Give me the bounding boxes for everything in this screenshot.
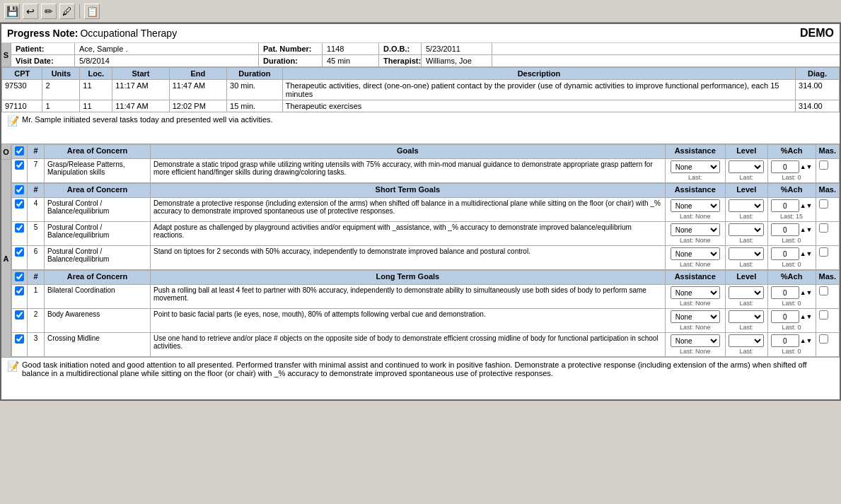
- row-pct-input[interactable]: [771, 247, 799, 260]
- row-level-cell: Last:: [725, 246, 767, 270]
- cpt-header-description: Description: [282, 68, 795, 80]
- lt-assist-last: Last:: [688, 174, 702, 181]
- row-level-select[interactable]: [729, 334, 764, 347]
- row-checkbox[interactable]: [15, 286, 24, 295]
- row-pct-last: Last: 15: [780, 213, 803, 220]
- row-mas-checkbox[interactable]: [819, 199, 828, 209]
- header-checkbox[interactable]: [15, 146, 24, 156]
- bottom-notes-icon: 📝: [7, 361, 19, 372]
- cpt-cell-end: 11:47 AM: [169, 80, 226, 100]
- st-goals-th: Short Term Goals: [151, 184, 666, 198]
- print-button[interactable]: 📋: [84, 4, 100, 19]
- st-pct-th: %Ach: [767, 184, 816, 198]
- row-num: 6: [28, 246, 45, 270]
- row-checkbox[interactable]: [15, 310, 24, 320]
- st-level-th: Level: [725, 184, 767, 198]
- goals-outer: O A: [1, 144, 840, 357]
- oa-labels: O A: [1, 144, 11, 357]
- lt-header-checkbox-2[interactable]: [15, 272, 24, 281]
- row-mas-checkbox[interactable]: [819, 223, 828, 233]
- th-num: #: [28, 145, 45, 159]
- row-assist-select[interactable]: NoneMinModMaxTotal: [671, 247, 720, 260]
- row-assist-select[interactable]: NoneMinModMaxTotal: [671, 310, 720, 323]
- row-mas-checkbox[interactable]: [819, 334, 828, 344]
- row-pct-input[interactable]: [771, 223, 799, 236]
- row-area: Postural Control / Balance/equilibrium: [45, 222, 151, 246]
- row-level-select[interactable]: [729, 286, 764, 299]
- toolbar: 💾 ↩ ✏ 🖊 📋: [0, 0, 841, 23]
- row-assist-select[interactable]: NoneMinModMaxTotal: [671, 334, 720, 347]
- table-row: 4Postural Control / Balance/equilibriumD…: [12, 198, 840, 222]
- row-checkbox[interactable]: [15, 223, 24, 233]
- row-level-last: Last:: [739, 348, 753, 355]
- row-assist-cell: NoneMinModMaxTotalLast: None: [665, 198, 725, 222]
- row-pct-input[interactable]: [771, 310, 799, 323]
- cpt-header-end: End: [169, 68, 226, 80]
- pen-button[interactable]: 🖊: [59, 4, 75, 19]
- row-assist-select[interactable]: NoneMinModMaxTotal: [671, 199, 720, 212]
- row-assist-last: Last: None: [680, 261, 711, 268]
- row-pct-last: Last: 0: [782, 348, 801, 355]
- row-checkbox[interactable]: [15, 247, 24, 257]
- row-goal-text: Demonstrate a protective response (inclu…: [151, 198, 666, 222]
- notes-icon: 📝: [7, 115, 19, 127]
- a-label: A: [1, 160, 11, 357]
- duration-label: Duration:: [259, 55, 323, 66]
- cpt-cell-start: 11:47 AM: [112, 100, 169, 112]
- cpt-cell-end: 12:02 PM: [169, 100, 226, 112]
- row-pct-cell: ▲▼Last: 0: [767, 246, 816, 270]
- row-level-select[interactable]: [729, 199, 764, 212]
- row-checkbox[interactable]: [15, 334, 24, 344]
- patient-details: Patient: Ace, Sample . Pat. Number: 1148…: [11, 43, 840, 66]
- save-button[interactable]: 💾: [4, 4, 20, 19]
- lt-row-checkbox[interactable]: [15, 160, 24, 170]
- cpt-header-diag: Diag.: [796, 68, 840, 80]
- progress-note-title: Progress Note: Occupational Therapy: [7, 28, 177, 39]
- row-pct-input[interactable]: [771, 334, 799, 347]
- lt-goals-table: # Area of Concern Long Term Goals Assist…: [11, 270, 840, 357]
- st-check-th: [12, 184, 28, 198]
- lt-pct-arrows: ▲▼: [800, 163, 813, 170]
- row-mas-checkbox[interactable]: [819, 286, 828, 295]
- row-check-cell: [12, 246, 28, 270]
- cpt-cell-units: 2: [42, 80, 80, 100]
- o-label: O: [1, 144, 11, 160]
- dob-label: D.O.B.:: [379, 43, 422, 54]
- row-mas-checkbox[interactable]: [819, 310, 828, 320]
- row-num: 1: [28, 285, 45, 309]
- th-pct: %Ach: [767, 145, 816, 159]
- lt-pct-input[interactable]: [771, 160, 799, 173]
- th-goals: Goals: [151, 145, 666, 159]
- toolbar-separator: [79, 4, 80, 18]
- th-level: Level: [725, 145, 767, 159]
- row-goal-text: Stand on tiptoes for 2 seconds with 50% …: [151, 246, 666, 270]
- row-mas-checkbox[interactable]: [819, 247, 828, 257]
- cpt-cell-diag: 314.00: [796, 80, 840, 100]
- row-check-cell: [12, 222, 28, 246]
- th-check: [12, 145, 28, 159]
- row-pct-input[interactable]: [771, 199, 799, 212]
- row-checkbox[interactable]: [15, 199, 24, 209]
- short-term-table: # Area of Concern Short Term Goals Assis…: [11, 183, 840, 270]
- row-assist-select[interactable]: NoneMinModMaxTotal: [671, 223, 720, 236]
- cpt-cell-description: Therapeutic activities, direct (one-on-o…: [282, 80, 795, 100]
- row-pct-arrows: ▲▼: [800, 313, 813, 320]
- row-goal-text: Use one hand to retrieve and/or place # …: [151, 333, 666, 357]
- lt-section-header-row: # Area of Concern Long Term Goals Assist…: [12, 271, 840, 285]
- st-assist-th: Assistance: [665, 184, 725, 198]
- cpt-header-duration: Duration: [227, 68, 283, 80]
- lt-assistance-select[interactable]: NoneMinModMaxTotal: [671, 160, 720, 173]
- edit-button[interactable]: ✏: [41, 4, 57, 19]
- back-button[interactable]: ↩: [23, 4, 38, 19]
- st-header-checkbox[interactable]: [15, 185, 24, 194]
- row-assist-select[interactable]: NoneMinModMaxTotal: [671, 286, 720, 299]
- row-level-select[interactable]: [729, 223, 764, 236]
- cpt-row: 9711011111:47 AM12:02 PM15 min.Therapeut…: [2, 100, 840, 112]
- lt-level-select[interactable]: [729, 160, 764, 173]
- row-level-select[interactable]: [729, 247, 764, 260]
- cpt-row: 9753021111:17 AM11:47 AM30 min.Therapeut…: [2, 80, 840, 100]
- lt-check-cell: [12, 159, 28, 183]
- row-level-select[interactable]: [729, 310, 764, 323]
- row-pct-input[interactable]: [771, 286, 799, 299]
- lt-mas-checkbox[interactable]: [819, 160, 828, 170]
